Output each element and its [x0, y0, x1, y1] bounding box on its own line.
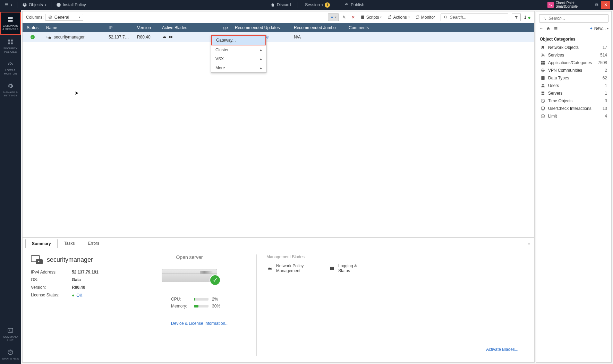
scripts-menu[interactable]: Scripts▾: [358, 14, 384, 21]
discard-button[interactable]: Discard: [269, 2, 292, 8]
objects-menu[interactable]: Objects▾: [21, 2, 48, 8]
search-icon: [444, 15, 448, 19]
star-icon: ✦: [330, 15, 334, 20]
session-menu[interactable]: Session▾ 1: [304, 2, 331, 8]
svg-rect-9: [8, 328, 13, 332]
menu-gateway[interactable]: Gateway...: [211, 35, 266, 45]
svg-rect-18: [171, 36, 172, 38]
svg-rect-21: [330, 267, 332, 270]
right-search-box[interactable]: [539, 14, 608, 23]
trash-icon: [270, 2, 275, 7]
category-item[interactable]: Applications/Categories7508: [540, 59, 608, 67]
nav-rail: GATEWAYS & SERVERS SECURITY POLICIES LOG…: [0, 10, 21, 364]
menu-more[interactable]: More▸: [211, 63, 266, 72]
nav-whatsnew[interactable]: WHAT'S NEW: [0, 345, 21, 364]
license-ok-link[interactable]: OK: [76, 293, 82, 298]
menu-cluster[interactable]: Cluster▸: [211, 45, 266, 54]
close-button[interactable]: ✕: [601, 1, 610, 9]
search-icon: [542, 16, 546, 20]
center-panel: Columns: General ▾ ✦ ▾: [22, 11, 535, 363]
download-icon: [56, 2, 61, 7]
cube-icon: [22, 2, 27, 7]
actions-menu[interactable]: Actions▾: [385, 14, 411, 21]
table-row[interactable]: ✓ securitymanager 52.137.79.191 R80.40 %: [23, 32, 534, 42]
device-license-link[interactable]: Device & License Information...: [136, 321, 229, 326]
svg-point-31: [541, 48, 542, 49]
category-item[interactable]: VPN Communities2: [540, 67, 608, 74]
server-icon: [7, 16, 14, 23]
terminal-icon: [7, 327, 14, 334]
activate-blades-link[interactable]: Activate Blades...: [486, 347, 518, 352]
tab-summary[interactable]: Summary: [25, 239, 58, 248]
open-server-label: Open server: [176, 254, 203, 260]
svg-rect-22: [332, 267, 334, 270]
svg-rect-40: [541, 76, 544, 80]
svg-point-13: [444, 16, 446, 18]
back-icon[interactable]: ←: [539, 26, 543, 31]
svg-rect-46: [541, 107, 544, 109]
category-icon: [540, 106, 545, 111]
grid-icon: [7, 38, 14, 45]
nav-manage[interactable]: MANAGE & SETTINGS: [0, 79, 21, 101]
home-icon[interactable]: [546, 26, 551, 31]
table-header: Status Name IP Version Active Blades ge …: [23, 23, 534, 32]
maximize-button[interactable]: ⧉: [592, 1, 601, 9]
search-input[interactable]: [450, 15, 505, 20]
svg-rect-29: [554, 29, 555, 30]
filter-button[interactable]: [512, 14, 521, 21]
app-menu[interactable]: ☰▾: [3, 2, 14, 8]
new-button[interactable]: ✦ New...▾: [589, 26, 608, 31]
svg-rect-16: [49, 37, 51, 39]
category-item[interactable]: Limit4: [540, 112, 608, 120]
category-item[interactable]: Users1: [540, 82, 608, 89]
blade-logging: Logging & Status: [329, 263, 363, 273]
monitor-button[interactable]: Monitor: [413, 14, 437, 21]
nav-cli[interactable]: COMMAND LINE: [0, 323, 21, 345]
svg-rect-4: [8, 40, 10, 41]
cursor-icon: ➤: [75, 90, 79, 96]
question-icon: [7, 349, 14, 356]
check-icon: ●: [528, 15, 531, 20]
svg-rect-20: [36, 259, 43, 264]
edit-button[interactable]: ✎: [340, 14, 348, 21]
star-icon: ✦: [589, 26, 593, 31]
license-ok-icon: ●: [72, 293, 75, 298]
pencil-icon: ✎: [342, 15, 346, 20]
right-panel: ← ✦ New...▾ Object Categories Netwo: [536, 11, 612, 363]
svg-rect-34: [541, 61, 543, 63]
filter-icon: [514, 15, 518, 19]
category-item[interactable]: Time Objects3: [540, 97, 608, 105]
svg-point-23: [543, 17, 545, 19]
install-policy-button[interactable]: Install Policy: [55, 2, 87, 8]
publish-button[interactable]: Publish: [343, 2, 366, 8]
collapse-handle[interactable]: ≡: [526, 240, 531, 248]
blade-policy: Network Policy Management: [266, 263, 307, 273]
right-search-input[interactable]: [548, 16, 605, 21]
nav-gateways[interactable]: GATEWAYS & SERVERS: [0, 12, 21, 35]
nav-logs[interactable]: LOGS & MONITOR: [0, 57, 21, 79]
object-categories-heading: Object Categories: [540, 37, 608, 42]
category-item[interactable]: Network Objects17: [540, 44, 608, 51]
category-item[interactable]: Servers1: [540, 89, 608, 97]
svg-rect-35: [543, 61, 545, 63]
svg-point-41: [542, 84, 543, 86]
list-icon[interactable]: [553, 26, 558, 31]
menu-vsx[interactable]: VSX▸: [211, 54, 266, 63]
search-box[interactable]: [441, 14, 508, 21]
delete-button[interactable]: ✕: [349, 14, 357, 21]
svg-line-24: [545, 19, 546, 20]
tab-tasks[interactable]: Tasks: [58, 239, 82, 248]
category-item[interactable]: UserCheck Interactions13: [540, 105, 608, 112]
new-object-button[interactable]: ✦ ▾: [328, 14, 339, 21]
x-icon: ✕: [351, 15, 355, 20]
category-item[interactable]: Data Types62: [540, 74, 608, 82]
svg-point-39: [542, 69, 544, 72]
result-count: 1 ●: [524, 15, 531, 20]
minimize-button[interactable]: ─: [583, 1, 592, 9]
nav-policies[interactable]: SECURITY POLICIES: [0, 35, 21, 57]
host-icon: [46, 35, 52, 40]
columns-dropdown[interactable]: General ▾: [45, 14, 83, 21]
server-large-icon: [31, 254, 43, 265]
category-item[interactable]: Services514: [540, 51, 608, 59]
tab-errors[interactable]: Errors: [81, 239, 106, 248]
